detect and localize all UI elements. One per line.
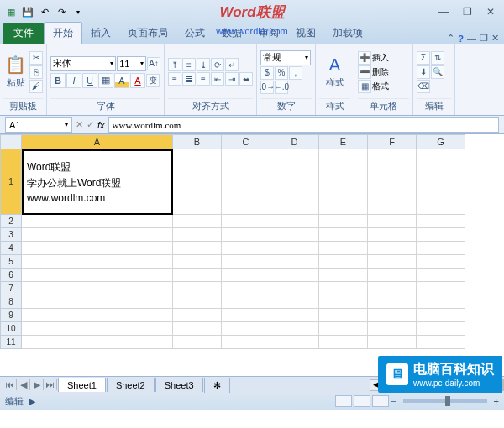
currency-icon[interactable]: $ bbox=[260, 66, 274, 80]
row-header[interactable]: 5 bbox=[0, 255, 22, 269]
cell[interactable] bbox=[270, 215, 319, 228]
fx-icon[interactable]: fx bbox=[97, 120, 105, 130]
font-color-icon[interactable]: A bbox=[130, 73, 145, 88]
cell[interactable] bbox=[319, 149, 368, 215]
page-layout-view-icon[interactable] bbox=[354, 395, 370, 407]
cell[interactable] bbox=[22, 282, 173, 295]
cell[interactable] bbox=[222, 322, 270, 336]
align-center-icon[interactable]: ≣ bbox=[182, 72, 196, 86]
col-header[interactable]: B bbox=[173, 134, 222, 149]
formula-input[interactable] bbox=[108, 117, 499, 133]
cell[interactable] bbox=[222, 309, 270, 322]
format-cells-icon[interactable]: ▦ bbox=[358, 80, 371, 93]
bold-button[interactable]: B bbox=[50, 73, 66, 88]
cell[interactable] bbox=[270, 255, 319, 269]
row-header[interactable]: 10 bbox=[0, 322, 22, 336]
row-header[interactable]: 1 bbox=[0, 149, 22, 215]
cell[interactable] bbox=[22, 255, 173, 269]
cell[interactable] bbox=[417, 255, 465, 269]
format-painter-icon[interactable]: 🖌 bbox=[29, 80, 43, 93]
number-format-combo[interactable]: 常规▾ bbox=[260, 50, 311, 65]
grow-font-icon[interactable]: A↑ bbox=[147, 57, 160, 70]
autosum-icon[interactable]: Σ bbox=[417, 51, 430, 65]
tab-insert[interactable]: 插入 bbox=[82, 23, 119, 44]
cell[interactable] bbox=[368, 295, 417, 309]
cell[interactable] bbox=[319, 242, 368, 255]
font-size-combo[interactable]: 11▾ bbox=[117, 56, 146, 71]
file-tab[interactable]: 文件 bbox=[3, 23, 44, 44]
prev-sheet-icon[interactable]: ◀ bbox=[17, 379, 30, 390]
cell[interactable] bbox=[222, 149, 270, 215]
cell[interactable] bbox=[173, 322, 222, 336]
sheet-tab[interactable]: Sheet2 bbox=[107, 378, 155, 392]
cell[interactable] bbox=[368, 228, 417, 242]
sheet-tab[interactable]: Sheet3 bbox=[155, 378, 203, 392]
cell[interactable] bbox=[270, 149, 319, 215]
styles-button[interactable]: A 样式 bbox=[319, 45, 350, 98]
border-icon[interactable]: ▦ bbox=[98, 73, 113, 88]
mdi-close-icon[interactable]: ✕ bbox=[491, 33, 499, 44]
cell[interactable] bbox=[270, 282, 319, 295]
cell[interactable] bbox=[22, 215, 173, 228]
cell[interactable] bbox=[22, 309, 173, 322]
cell[interactable] bbox=[368, 149, 417, 215]
cell[interactable] bbox=[319, 336, 368, 349]
cell[interactable] bbox=[173, 228, 222, 242]
cell[interactable] bbox=[173, 295, 222, 309]
zoom-slider[interactable] bbox=[403, 399, 487, 403]
enter-icon[interactable]: ✓ bbox=[87, 119, 94, 130]
col-header[interactable]: F bbox=[368, 134, 417, 149]
cell[interactable] bbox=[417, 322, 465, 336]
cell[interactable] bbox=[173, 269, 222, 282]
tab-view[interactable]: 视图 bbox=[287, 23, 324, 44]
cell[interactable] bbox=[368, 215, 417, 228]
cell[interactable] bbox=[22, 322, 173, 336]
col-header[interactable]: C bbox=[222, 134, 270, 149]
indent-inc-icon[interactable]: ⇥ bbox=[225, 72, 239, 86]
col-header[interactable]: A bbox=[22, 134, 173, 149]
cell-a1[interactable]: Word联盟学办公就上Word联盟www.wordlm.com bbox=[22, 149, 173, 215]
cell[interactable] bbox=[368, 336, 417, 349]
cell[interactable] bbox=[173, 149, 222, 215]
cell[interactable] bbox=[319, 228, 368, 242]
zoom-out-icon[interactable]: − bbox=[391, 396, 396, 406]
first-sheet-icon[interactable]: ⏮ bbox=[3, 379, 17, 390]
align-top-icon[interactable]: ⤒ bbox=[168, 58, 181, 71]
cell[interactable] bbox=[417, 336, 465, 349]
name-box[interactable]: A1▾ bbox=[5, 117, 72, 133]
cut-icon[interactable]: ✂ bbox=[29, 51, 43, 65]
cell[interactable] bbox=[319, 322, 368, 336]
tab-home[interactable]: 开始 bbox=[44, 22, 82, 44]
select-all-corner[interactable] bbox=[0, 134, 22, 149]
cell[interactable] bbox=[417, 282, 465, 295]
cell[interactable] bbox=[368, 322, 417, 336]
zoom-in-icon[interactable]: + bbox=[494, 396, 499, 406]
copy-icon[interactable]: ⎘ bbox=[29, 65, 43, 79]
cell[interactable] bbox=[22, 269, 173, 282]
col-header[interactable]: E bbox=[319, 134, 368, 149]
cell[interactable] bbox=[319, 255, 368, 269]
cell[interactable] bbox=[368, 242, 417, 255]
delete-cells-button[interactable]: 删除 bbox=[372, 66, 389, 78]
align-left-icon[interactable]: ≡ bbox=[168, 72, 181, 86]
tab-page-layout[interactable]: 页面布局 bbox=[119, 23, 176, 44]
tab-formulas[interactable]: 公式 bbox=[176, 23, 213, 44]
merge-icon[interactable]: ⬌ bbox=[239, 72, 253, 86]
delete-cells-icon[interactable]: ➖ bbox=[358, 65, 371, 79]
cell[interactable] bbox=[368, 255, 417, 269]
cell[interactable] bbox=[270, 322, 319, 336]
cell[interactable] bbox=[368, 269, 417, 282]
row-header[interactable]: 3 bbox=[0, 228, 22, 242]
cell[interactable] bbox=[222, 228, 270, 242]
indent-dec-icon[interactable]: ⇤ bbox=[211, 72, 224, 86]
clear-icon[interactable]: ⌫ bbox=[417, 80, 430, 93]
cancel-icon[interactable]: ✕ bbox=[76, 119, 83, 130]
orientation-icon[interactable]: ⟳ bbox=[211, 58, 224, 71]
row-header[interactable]: 7 bbox=[0, 282, 22, 295]
save-icon[interactable]: 💾 bbox=[20, 4, 35, 19]
insert-cells-icon[interactable]: ➕ bbox=[358, 51, 371, 65]
cell[interactable] bbox=[270, 295, 319, 309]
row-header[interactable]: 9 bbox=[0, 309, 22, 322]
cell[interactable] bbox=[417, 269, 465, 282]
cell[interactable] bbox=[22, 228, 173, 242]
